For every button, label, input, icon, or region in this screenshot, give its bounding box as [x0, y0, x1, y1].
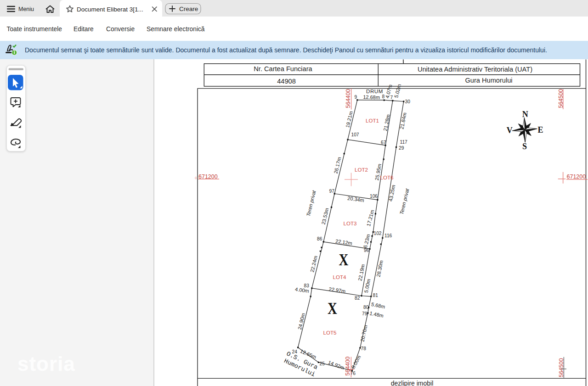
svg-text:LOT2: LOT2: [355, 167, 368, 173]
svg-text:LOT4: LOT4: [333, 274, 346, 280]
svg-text:22.97m: 22.97m: [328, 286, 346, 294]
svg-text:Unitatea Administrativ Teritor: Unitatea Administrativ Teritoriala (UAT): [418, 66, 532, 73]
svg-text:Gura Humorului: Gura Humorului: [465, 77, 512, 84]
svg-text:23.53m: 23.53m: [321, 207, 330, 225]
svg-text:9: 9: [355, 95, 357, 100]
svg-text:S: S: [522, 142, 527, 151]
svg-text:117: 117: [400, 140, 408, 145]
svg-text:116: 116: [384, 233, 392, 238]
svg-text:671200: 671200: [198, 173, 218, 180]
svg-text:20.70m: 20.70m: [359, 324, 368, 342]
svg-text:102: 102: [374, 231, 382, 236]
svg-text:8.00m: 8.00m: [350, 354, 362, 369]
svg-text:12.68m: 12.68m: [363, 94, 380, 100]
svg-text:X: X: [328, 299, 337, 318]
svg-text:22.24m: 22.24m: [309, 255, 318, 273]
svg-text:6.23m: 6.23m: [362, 234, 371, 248]
svg-text:21.84m: 21.84m: [399, 112, 407, 129]
svg-text:82: 82: [355, 296, 360, 301]
svg-text:96: 96: [364, 248, 369, 253]
svg-text:Nr. Cartea Funciara: Nr. Cartea Funciara: [254, 65, 312, 73]
svg-text:30: 30: [405, 99, 411, 104]
svg-text:44908: 44908: [277, 78, 296, 85]
svg-text:81: 81: [373, 293, 379, 298]
svg-text:1.48m: 1.48m: [369, 310, 384, 319]
svg-text:N: N: [522, 110, 528, 119]
svg-text:26.17m: 26.17m: [333, 157, 342, 174]
svg-text:564400: 564400: [345, 357, 351, 376]
svg-text:14.92m: 14.92m: [328, 359, 345, 370]
svg-text:86: 86: [317, 236, 322, 241]
svg-text:21.28m: 21.28m: [382, 114, 391, 131]
svg-text:7: 7: [390, 95, 393, 100]
svg-text:Teren privat: Teren privat: [399, 188, 410, 215]
svg-text:5.68m: 5.68m: [371, 302, 385, 310]
svg-text:80: 80: [363, 305, 369, 310]
svg-text:564500: 564500: [558, 358, 565, 377]
svg-text:78: 78: [361, 346, 367, 351]
svg-text:106: 106: [370, 194, 378, 199]
svg-text:24: 24: [292, 349, 298, 354]
svg-text:20.34m: 20.34m: [347, 196, 365, 203]
svg-text:29: 29: [399, 145, 404, 151]
svg-text:DRUM: DRUM: [366, 89, 383, 94]
svg-text:E: E: [537, 125, 543, 134]
svg-text:LOT5: LOT5: [323, 330, 337, 336]
svg-text:LOT3: LOT3: [344, 221, 357, 226]
svg-text:dezlipire imobil: dezlipire imobil: [391, 380, 434, 386]
svg-text:43.25m: 43.25m: [388, 185, 396, 202]
svg-text:97: 97: [329, 189, 335, 194]
svg-text:83: 83: [304, 283, 310, 288]
svg-text:79: 79: [362, 311, 368, 316]
svg-text:V: V: [507, 126, 513, 135]
svg-text:22.12m: 22.12m: [335, 238, 353, 246]
svg-text:8: 8: [382, 94, 385, 99]
svg-text:671200: 671200: [567, 173, 586, 180]
svg-text:Teren privat: Teren privat: [305, 190, 317, 217]
svg-text:564400: 564400: [345, 89, 351, 108]
svg-text:107: 107: [351, 132, 359, 137]
svg-text:X: X: [339, 251, 349, 269]
svg-text:25: 25: [320, 361, 325, 366]
svg-text:28.30m: 28.30m: [375, 260, 384, 277]
svg-text:17.21m: 17.21m: [366, 209, 375, 227]
svg-text:LOT6: LOT6: [380, 175, 394, 180]
svg-text:67: 67: [381, 140, 386, 145]
svg-text:LOT1: LOT1: [366, 118, 379, 123]
